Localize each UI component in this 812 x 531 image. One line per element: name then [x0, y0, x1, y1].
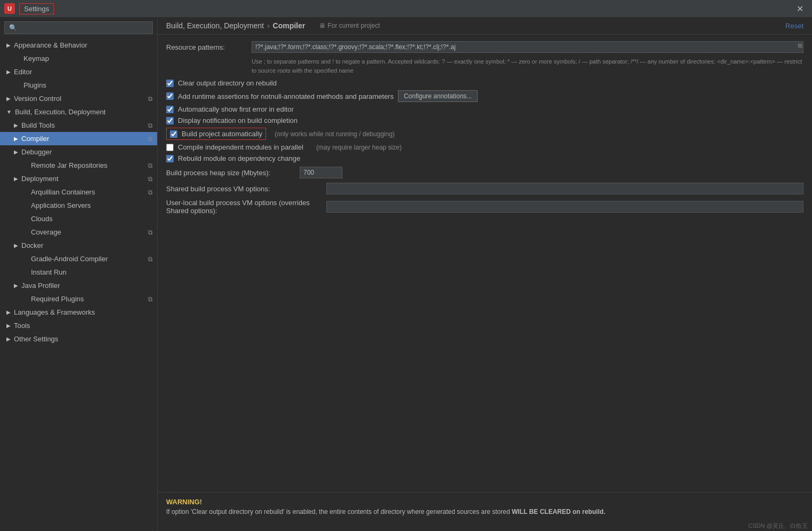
sidebar-item-coverage[interactable]: Coverage⧉: [0, 225, 157, 239]
breadcrumb-part2: Compiler: [273, 21, 306, 30]
build-automatically-highlighted: Build project automatically: [166, 128, 266, 140]
sidebar-item-version-control[interactable]: Version Control⧉: [0, 92, 157, 105]
sidebar-item-build-execution[interactable]: Build, Execution, Deployment: [0, 105, 157, 119]
sidebar-label: Clouds: [31, 215, 52, 223]
reset-button[interactable]: Reset: [785, 22, 803, 30]
sidebar-label: Editor: [14, 68, 32, 76]
sidebar-label: Instant Run: [31, 268, 67, 276]
checkbox-auto-show-error[interactable]: [166, 106, 174, 113]
sidebar-label: Other Settings: [14, 335, 58, 343]
checkbox-row-add-runtime: Add runtime assertions for notnull-annot…: [166, 90, 803, 102]
for-project-label: 🖥 For current project: [319, 22, 380, 29]
checkbox-label-auto-show-error: Automatically show first error in editor: [178, 105, 294, 113]
sidebar-label: Compiler: [21, 135, 49, 143]
main-layout: Appearance & BehaviorKeymapEditorPlugins…: [0, 17, 812, 531]
warning-body-text: If option 'Clear output directory on reb…: [166, 508, 510, 516]
arrow-icon: [14, 243, 18, 248]
sidebar-item-remote-jar[interactable]: Remote Jar Repositories⧉: [0, 159, 157, 172]
settings-title: Settings: [19, 3, 54, 14]
sidebar-item-app-servers[interactable]: Application Servers: [0, 199, 157, 212]
checkbox-row-build-automatically: Build project automatically (only works …: [166, 128, 803, 140]
project-icon: 🖥: [319, 22, 325, 29]
copy-icon: ⧉: [148, 255, 153, 263]
checkbox-compile-parallel[interactable]: [166, 144, 174, 151]
checkbox-label-rebuild-on-dependency: Rebuild module on dependency change: [178, 154, 300, 162]
sidebar-item-debugger[interactable]: Debugger: [0, 145, 157, 159]
sidebar-item-tools[interactable]: Tools: [0, 319, 157, 332]
sidebar-item-gradle-android[interactable]: Gradle-Android Compiler⧉: [0, 252, 157, 266]
sidebar-label: Application Servers: [31, 201, 91, 209]
arrow-icon: [14, 283, 18, 288]
sidebar-item-instant-run[interactable]: Instant Run: [0, 266, 157, 279]
sidebar-label: Arquillian Containers: [31, 188, 95, 196]
resource-patterns-wrapper: ⊞: [252, 41, 803, 53]
sidebar-label: Keymap: [24, 54, 49, 63]
arrow-icon: [6, 69, 11, 75]
copy-icon: ⧉: [148, 135, 153, 143]
checkbox-label-compile-parallel: Compile independent modules in parallel: [178, 143, 303, 151]
copy-icon: ⧉: [148, 122, 153, 129]
warning-body-bold: WILL BE CLEARED on rebuild.: [512, 508, 605, 516]
watermark: CSDN @灵丘、白给王: [158, 521, 812, 531]
expand-icon[interactable]: ⊞: [798, 42, 802, 49]
checkbox-clear-output[interactable]: [166, 80, 174, 87]
search-input[interactable]: [4, 21, 153, 34]
resource-patterns-label: Resource patterns:: [166, 41, 252, 51]
sidebar-label: Docker: [21, 241, 43, 249]
sidebar-item-keymap[interactable]: Keymap: [0, 52, 157, 65]
copy-icon: ⧉: [148, 162, 153, 169]
arrow-icon: [6, 309, 11, 315]
sidebar-item-arquillian[interactable]: Arquillian Containers⧉: [0, 185, 157, 199]
checkbox-label-display-notification: Display notification on build completion: [178, 116, 298, 124]
sidebar-item-java-profiler[interactable]: Java Profiler: [0, 279, 157, 292]
sidebar-item-languages[interactable]: Languages & Frameworks: [0, 306, 157, 319]
sidebar-label: Languages & Frameworks: [14, 308, 95, 316]
sidebar-label: Build, Execution, Deployment: [15, 108, 106, 116]
copy-icon: ⧉: [148, 175, 153, 183]
sidebar-item-build-tools[interactable]: Build Tools⧉: [0, 119, 157, 132]
resource-patterns-row: Resource patterns: ⊞: [166, 41, 803, 53]
shared-vm-label: Shared build process VM options:: [166, 185, 326, 193]
arrow-icon: [6, 323, 11, 329]
checkbox-build-automatically[interactable]: [170, 130, 177, 138]
sidebar-item-editor[interactable]: Editor: [0, 65, 157, 79]
sidebar-item-plugins[interactable]: Plugins: [0, 79, 157, 92]
title-bar: U Settings ✕: [0, 0, 812, 17]
copy-icon: ⧉: [148, 189, 153, 196]
copy-icon: ⧉: [148, 229, 153, 236]
sidebar-label: Remote Jar Repositories: [31, 161, 107, 169]
sidebar-label: Coverage: [31, 228, 61, 236]
resource-patterns-input[interactable]: [252, 41, 803, 53]
checkbox-rebuild-on-dependency[interactable]: [166, 155, 174, 162]
app-icon: U: [4, 3, 15, 14]
arrow-icon: [14, 136, 18, 142]
resource-patterns-hint: Use ; to separate patterns and ! to nega…: [252, 57, 803, 75]
sidebar-item-other-settings[interactable]: Other Settings: [0, 332, 157, 346]
checkbox-display-notification[interactable]: [166, 117, 174, 124]
sidebar-item-docker[interactable]: Docker: [0, 239, 157, 252]
checkbox-row-rebuild-on-dependency: Rebuild module on dependency change: [166, 154, 803, 162]
checkbox-add-runtime[interactable]: [166, 92, 174, 100]
content-body: Resource patterns: ⊞ Use ; to separate p…: [158, 35, 812, 492]
arrow-icon: [6, 336, 11, 342]
sidebar-label: Tools: [14, 322, 30, 330]
sidebar-label: Java Profiler: [21, 282, 60, 290]
checkbox-label-clear-output: Clear output directory on rebuild: [178, 79, 277, 87]
sidebar-item-deployment[interactable]: Deployment⧉: [0, 172, 157, 185]
sidebar-label: Required Plugins: [31, 295, 84, 303]
sidebar-item-compiler[interactable]: Compiler⧉: [0, 132, 157, 145]
content-header: Build, Execution, Deployment › Compiler …: [158, 17, 812, 35]
arrow-icon: [6, 42, 11, 48]
sidebar-item-clouds[interactable]: Clouds: [0, 212, 157, 225]
sidebar: Appearance & BehaviorKeymapEditorPlugins…: [0, 17, 158, 531]
heap-input[interactable]: [300, 167, 342, 178]
configure-annotations-button[interactable]: Configure annotations...: [398, 90, 478, 102]
user-vm-label: User-local build process VM options (ove…: [166, 199, 326, 215]
shared-vm-input[interactable]: [326, 183, 803, 194]
warning-body: If option 'Clear output directory on reb…: [166, 508, 803, 516]
close-button[interactable]: ✕: [792, 2, 808, 16]
side-note-build-automatically: (only works while not running / debuggin…: [275, 130, 395, 138]
user-vm-input[interactable]: [326, 201, 803, 213]
sidebar-item-appearance[interactable]: Appearance & Behavior: [0, 38, 157, 52]
sidebar-item-required-plugins[interactable]: Required Plugins⧉: [0, 292, 157, 306]
